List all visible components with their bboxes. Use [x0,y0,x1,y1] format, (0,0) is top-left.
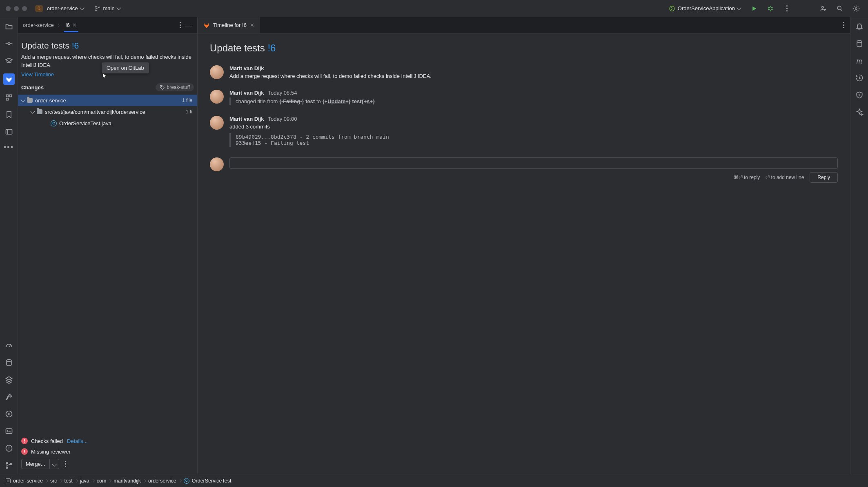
gitlab-tool-icon[interactable] [3,73,15,85]
bookmark-icon [5,111,13,119]
build-tool-icon[interactable] [4,392,13,401]
timeline-title: Update tests !6 [210,42,838,54]
code-with-me-button[interactable] [817,2,830,15]
commit-hash[interactable]: 933eef15 [236,140,261,146]
label-text: break-stuff [167,84,190,90]
search-everywhere-button[interactable] [834,2,846,15]
terminal-tool-icon[interactable] [4,427,13,436]
bookmarks-tool-icon[interactable] [4,110,13,119]
services-tool-icon[interactable] [4,375,13,384]
problems-tool-icon[interactable] [4,444,13,453]
chevron-down-icon [737,5,741,10]
commit-branch: main [376,134,389,140]
title-change-plus: s [367,98,369,104]
module-icon [27,98,33,103]
changes-heading: Changes [21,84,44,91]
settings-button[interactable] [850,2,862,15]
profiler-tool-icon[interactable] [4,341,13,350]
chevron-right-icon [59,479,62,482]
minimize-dot[interactable] [14,6,19,11]
svg-point-4 [769,7,772,10]
coverage2-tool-icon[interactable] [855,91,864,100]
run-config-name: OrderServiceApplication [678,5,735,11]
svg-point-8 [8,43,10,45]
tooltip: Open on GitLab [102,62,149,73]
bell-icon [855,22,864,31]
folder-icon [37,109,42,114]
breadcrumb-item[interactable]: java [80,478,89,484]
tree-row-package[interactable]: src/test/java/com/maritvandijk/orderserv… [18,106,197,117]
structure-tool-icon[interactable] [4,93,13,102]
commit-tool-icon[interactable] [4,39,13,48]
learn-tool-icon[interactable] [4,56,13,65]
minimize-panel-icon[interactable]: — [185,22,192,29]
coverage-tool-icon[interactable] [855,73,864,82]
close-icon[interactable]: ✕ [72,22,77,28]
svg-point-7 [855,7,857,9]
notifications-tool-icon[interactable] [855,22,864,31]
label-chip[interactable]: break-stuff [156,83,194,91]
run-button[interactable] [748,2,760,15]
tree-root-count: 1 file [182,97,192,103]
more-actions[interactable] [781,2,793,15]
editor-tab-label: Timeline for !6 [213,22,247,28]
merge-button[interactable]: Merge... [21,459,59,469]
mr-breadcrumb-project[interactable]: order-service [23,22,54,28]
breadcrumb-item[interactable]: com [97,478,107,484]
database-tool-icon[interactable] [855,39,864,48]
reply-input[interactable] [229,157,838,169]
editor-tab-menu[interactable] [843,22,844,28]
breadcrumb-item[interactable]: order-service [13,478,43,484]
commit-hash[interactable]: 89b49029...8bd2c378 [236,134,296,140]
checks-details-link[interactable]: Details... [67,438,88,444]
merge-more[interactable] [65,461,66,467]
search-icon [836,5,844,12]
checks-failed-label: Checks failed [31,438,63,444]
gitlab-icon [203,22,210,29]
tree-row-file[interactable]: C OrderServiceTest.java [18,117,197,129]
folder-icon [5,22,13,31]
close-dot[interactable] [6,6,11,11]
breadcrumb-item[interactable]: orderservice [148,478,176,484]
commit-list: 89b49029...8bd2c378 - 2 commits from bra… [229,133,389,147]
debug-button[interactable] [764,2,777,15]
warning-icon [5,444,13,452]
spring-icon [669,5,675,12]
mr-number-link[interactable]: !6 [72,41,79,50]
timeline-item: Marit van Dijk Add a merge request where… [210,65,838,79]
breadcrumb-item[interactable]: src [50,478,57,484]
mr-tab[interactable]: !6 ✕ [64,18,78,32]
breadcrumb-item[interactable]: test [65,478,73,484]
merge-dropdown[interactable] [49,459,59,469]
play-icon [750,5,758,12]
svg-point-20 [161,86,162,87]
persistence-tool-icon[interactable] [4,358,13,367]
maven-tool-icon[interactable]: m [855,56,864,65]
vcs-tool-icon[interactable] [4,461,13,470]
timeline-title-number[interactable]: !6 [267,42,276,53]
title-test-word: test [304,98,315,104]
commit-icon [5,40,13,48]
zoom-dot[interactable] [22,6,27,11]
graduation-icon [5,57,13,65]
more-tool-icon[interactable]: ••• [4,143,13,152]
breadcrumb-item[interactable]: maritvandijk [114,478,141,484]
commit-msg: Failing test [271,140,309,146]
window-controls[interactable] [6,6,27,11]
run-tool-icon[interactable] [4,410,13,418]
editor-tab-timeline[interactable]: Timeline for !6 ✕ [198,17,260,33]
note-prefix: changed title from [236,98,278,104]
vcs-branch[interactable]: main [91,4,124,13]
project-tool-icon[interactable] [4,22,13,31]
reply-button[interactable]: Reply [810,172,838,183]
panel-menu[interactable] [180,22,181,28]
project-name: order-service [47,5,78,11]
run-config-picker[interactable]: OrderServiceApplication [665,4,744,13]
pull-request-tool-icon[interactable] [4,127,13,136]
timestamp: Today 08:54 [268,90,297,96]
ai-tool-icon[interactable] [855,108,864,117]
tree-row-root[interactable]: order-service 1 file [18,95,197,106]
nav-history[interactable]: 0 order-service [35,4,87,13]
close-icon[interactable]: ✕ [250,22,254,28]
breadcrumb-file[interactable]: OrderServiceTest [192,478,231,484]
